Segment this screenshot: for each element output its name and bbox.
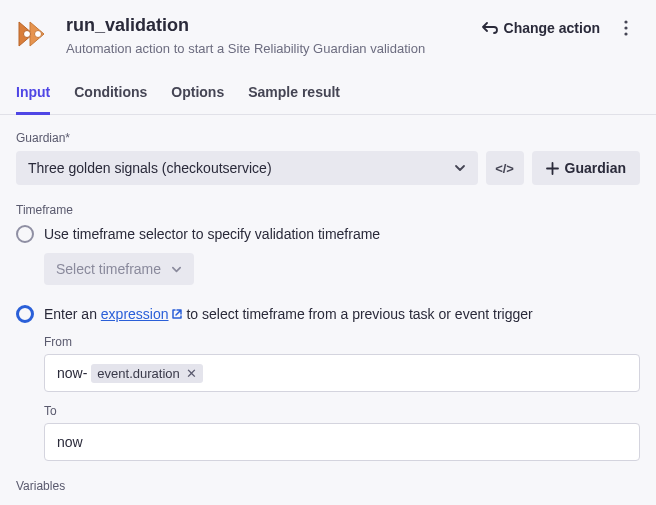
variables-label: Variables: [16, 479, 640, 493]
action-icon: [16, 16, 52, 52]
timeframe-selector-dropdown[interactable]: Select timeframe: [44, 253, 194, 285]
timeframe-option-expression[interactable]: Enter an expression to select timeframe …: [16, 305, 640, 323]
svg-point-1: [35, 31, 42, 38]
to-input[interactable]: now: [44, 423, 640, 461]
tab-input[interactable]: Input: [16, 76, 50, 115]
plus-icon: [546, 162, 559, 175]
svg-point-2: [624, 20, 627, 23]
more-menu-button[interactable]: [612, 14, 640, 42]
page-description: Automation action to start a Site Reliab…: [66, 41, 466, 56]
svg-point-0: [24, 31, 31, 38]
chevron-down-icon: [171, 264, 182, 275]
tab-bar: Input Conditions Options Sample result: [0, 76, 656, 115]
from-label: From: [44, 335, 640, 349]
change-action-button[interactable]: Change action: [480, 16, 602, 40]
code-toggle-button[interactable]: </>: [486, 151, 524, 185]
return-arrow-icon: [482, 21, 498, 35]
timeframe-label: Timeframe: [16, 203, 640, 217]
more-vertical-icon: [624, 20, 628, 36]
tab-sample-result[interactable]: Sample result: [248, 76, 340, 115]
timeframe-option-selector[interactable]: Use timeframe selector to specify valida…: [16, 225, 640, 243]
chip-remove-icon[interactable]: ✕: [186, 367, 197, 380]
guardian-label: Guardian*: [16, 131, 640, 145]
expression-chip[interactable]: event.duration ✕: [91, 364, 202, 383]
page-title: run_validation: [66, 14, 466, 37]
from-input[interactable]: now- event.duration ✕: [44, 354, 640, 392]
radio-selected-icon: [16, 305, 34, 323]
external-link-icon: [171, 308, 183, 320]
tab-options[interactable]: Options: [171, 76, 224, 115]
chevron-down-icon: [454, 162, 466, 174]
tab-conditions[interactable]: Conditions: [74, 76, 147, 115]
to-label: To: [44, 404, 640, 418]
radio-unselected-icon: [16, 225, 34, 243]
expression-link[interactable]: expression: [101, 306, 183, 322]
add-guardian-button[interactable]: Guardian: [532, 151, 640, 185]
svg-point-4: [624, 32, 627, 35]
svg-point-3: [624, 26, 627, 29]
guardian-select[interactable]: Three golden signals (checkoutservice): [16, 151, 478, 185]
